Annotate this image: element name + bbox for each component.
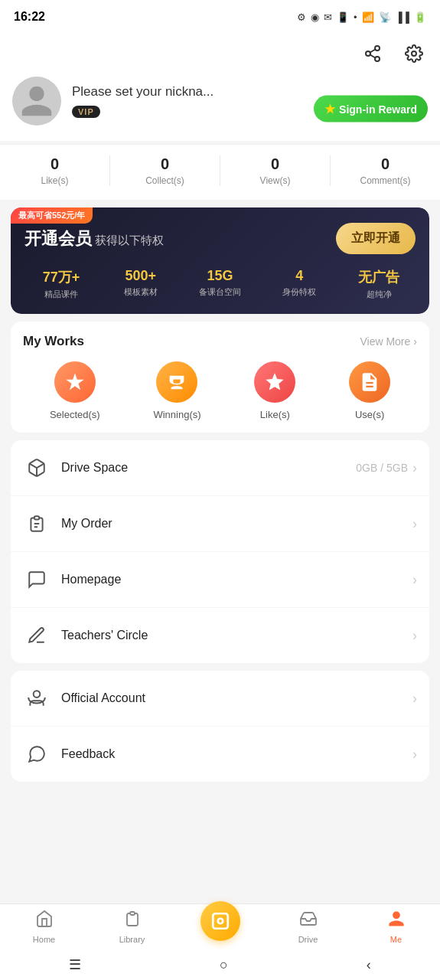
likes-icon	[254, 361, 295, 403]
nav-center[interactable]	[176, 913, 264, 941]
avatar[interactable]	[12, 77, 61, 126]
status-bar: 16:22 ⚙ ◉ ✉ 📱 • 📶 📡 ▐▐ 🔋	[0, 0, 440, 34]
chevron-right-feedback: ›	[412, 746, 417, 763]
comments-label: Comment(s)	[331, 175, 440, 186]
official-account-right: ›	[412, 691, 417, 707]
android-menu-button[interactable]: ☰	[54, 953, 96, 976]
settings-button[interactable]	[400, 40, 428, 67]
avatar-icon	[18, 83, 55, 119]
library-nav-label: Library	[119, 935, 145, 944]
menu-homepage[interactable]: Homepage ›	[11, 552, 429, 608]
view-more-button[interactable]: View More ›	[360, 335, 417, 348]
views-label: View(s)	[220, 175, 330, 186]
drive-space-label: Drive Space	[61, 461, 345, 475]
menu-feedback[interactable]: Feedback ›	[11, 727, 429, 782]
nav-me[interactable]: Me	[352, 904, 440, 949]
vip-feature-noad: 无广告 超纯净	[342, 268, 416, 300]
comments-count: 0	[331, 155, 440, 173]
library-nav-icon	[123, 910, 142, 933]
vip-feature-templates: 500+ 模板素材	[104, 268, 178, 300]
android-home-button[interactable]: ○	[204, 954, 243, 976]
menu-my-order[interactable]: My Order ›	[11, 496, 429, 552]
me-nav-icon	[387, 910, 406, 933]
vip-badge: VIP	[72, 106, 100, 118]
bars-icon: ▐▐	[396, 11, 409, 23]
work-winning[interactable]: Winning(s)	[153, 361, 200, 420]
drive-nav-label: Drive	[298, 935, 318, 944]
svg-point-5	[412, 51, 416, 56]
likes-count: 0	[0, 155, 109, 173]
nav-drive[interactable]: Drive	[264, 904, 352, 949]
work-likes[interactable]: Like(s)	[254, 361, 295, 420]
teachers-circle-icon	[23, 622, 51, 649]
official-account-label: Official Account	[61, 691, 402, 705]
vip-banner-wrapper: 最高可省552元/年 开通会员 获得以下特权 立即开通 77万+ 精品课件 50…	[11, 207, 429, 314]
templates-desc: 模板素材	[104, 286, 178, 298]
collects-label: Collect(s)	[110, 175, 220, 186]
menu-drive-space[interactable]: Drive Space 0GB / 5GB ›	[11, 440, 429, 496]
feedback-icon	[23, 740, 51, 768]
vip-open-button[interactable]: 立即开通	[336, 223, 416, 254]
my-works-section: My Works View More › Selected(s)	[11, 322, 429, 433]
storage-desc: 备课台空间	[184, 286, 257, 298]
svg-rect-11	[130, 912, 135, 915]
homepage-label: Homepage	[61, 573, 402, 586]
drive-nav-icon	[299, 910, 318, 933]
vip-feature-courses: 77万+ 精品课件	[24, 268, 98, 300]
my-works-header: My Works View More ›	[23, 334, 417, 349]
identity-num: 4	[262, 268, 336, 284]
stats-row: 0 Like(s) 0 Collect(s) 0 View(s) 0 Comme…	[0, 144, 440, 200]
noad-desc: 超纯净	[342, 289, 416, 300]
center-nav-button[interactable]	[200, 901, 240, 941]
drive-space-right: 0GB / 5GB ›	[356, 460, 417, 476]
feedback-label: Feedback	[61, 747, 402, 761]
works-icons-row: Selected(s) Winning(s) Like(s)	[23, 361, 417, 420]
stat-collects[interactable]: 0 Collect(s)	[110, 155, 220, 186]
bottom-nav: Home Library Drive	[0, 903, 440, 949]
phone-status-icon: 📱	[337, 11, 349, 23]
work-use[interactable]: Use(s)	[349, 361, 390, 420]
profile-section: Please set your nickna... VIP ★ Sign-in …	[0, 77, 440, 141]
home-nav-icon	[35, 910, 54, 933]
storage-num: 15G	[184, 268, 257, 284]
nav-library[interactable]: Library	[88, 904, 176, 949]
likes-work-label: Like(s)	[260, 409, 290, 420]
vip-features: 77万+ 精品课件 500+ 模板素材 15G 备课台空间 4 身份特权 无广告	[24, 268, 416, 300]
stat-likes[interactable]: 0 Like(s)	[0, 155, 110, 186]
drive-space-value: 0GB / 5GB	[356, 462, 408, 474]
work-selected[interactable]: Selected(s)	[50, 361, 100, 420]
selected-icon	[54, 361, 96, 403]
vip-banner-title: 开通会员 获得以下特权 立即开通	[24, 223, 416, 254]
share-button[interactable]	[359, 40, 386, 67]
svg-point-10	[34, 691, 41, 697]
views-count: 0	[220, 155, 330, 173]
vip-main-text: 开通会员	[24, 229, 92, 248]
top-actions	[0, 34, 440, 77]
vip-feature-storage: 15G 备课台空间	[184, 268, 257, 300]
winning-icon	[156, 361, 197, 403]
android-nav: ☰ ○ ‹	[0, 949, 440, 980]
winning-label: Winning(s)	[153, 409, 200, 420]
likes-label: Like(s)	[0, 175, 109, 186]
teachers-circle-label: Teachers' Circle	[61, 629, 402, 642]
svg-rect-12	[213, 913, 228, 929]
android-back-button[interactable]: ‹	[351, 954, 386, 976]
menu-teachers-circle[interactable]: Teachers' Circle ›	[11, 608, 429, 663]
mail-status-icon: ✉	[324, 11, 332, 23]
use-label: Use(s)	[355, 409, 384, 420]
stat-views[interactable]: 0 View(s)	[220, 155, 331, 186]
settings-status-icon: ⚙	[297, 11, 306, 23]
noad-num: 无广告	[342, 268, 416, 286]
vip-feature-identity: 4 身份特权	[262, 268, 336, 300]
chevron-right-icon: ›	[413, 335, 417, 348]
signin-reward-button[interactable]: ★ Sign-in Reward	[314, 96, 428, 122]
signal-icon: 📶	[362, 11, 374, 23]
chevron-right-order: ›	[412, 516, 417, 532]
templates-num: 500+	[104, 268, 178, 284]
vip-title-text: 开通会员 获得以下特权	[24, 227, 164, 250]
nav-home[interactable]: Home	[0, 904, 88, 949]
status-icons: ⚙ ◉ ✉ 📱 • 📶 📡 ▐▐ 🔋	[297, 11, 426, 23]
official-account-icon	[23, 684, 51, 712]
stat-comments[interactable]: 0 Comment(s)	[331, 155, 440, 186]
menu-official-account[interactable]: Official Account ›	[11, 671, 429, 727]
